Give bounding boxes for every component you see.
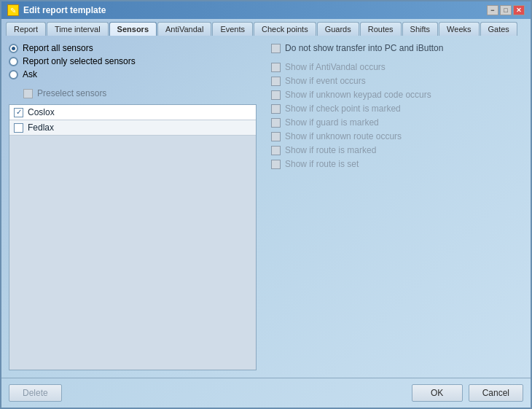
sensor-coslox-checkbox[interactable] bbox=[14, 108, 23, 117]
tab-sensors[interactable]: Sensors bbox=[109, 22, 157, 36]
unknown-route-checkbox[interactable] bbox=[271, 132, 281, 141]
maximize-button[interactable]: □ bbox=[500, 5, 512, 15]
tab-gates[interactable]: Gates bbox=[480, 22, 517, 36]
option-checkpoint-marked[interactable]: Show if check point is marked bbox=[271, 104, 523, 114]
checkpoint-label: Show if check point is marked bbox=[285, 104, 401, 114]
title-buttons: − □ ✕ bbox=[487, 5, 525, 15]
radio-report-selected-label: Report only selected sensors bbox=[23, 56, 136, 66]
footer-left: Delete bbox=[9, 384, 62, 402]
sensor-coslox-name: Coslox bbox=[28, 107, 55, 117]
radio-ask-label: Ask bbox=[23, 69, 37, 79]
sensor-list[interactable]: Coslox Fedlax bbox=[9, 104, 257, 370]
main-content: Report all sensors Report only selected … bbox=[9, 43, 523, 370]
radio-report-selected[interactable]: Report only selected sensors bbox=[9, 56, 257, 66]
delete-button[interactable]: Delete bbox=[9, 384, 62, 402]
preselect-row: Preselect sensors bbox=[9, 88, 257, 98]
tab-time-interval[interactable]: Time interval bbox=[47, 22, 109, 36]
tab-checkpoints[interactable]: Check points bbox=[254, 22, 316, 36]
option-route-marked[interactable]: Show if route is marked bbox=[271, 145, 523, 155]
sensor-row-coslox[interactable]: Coslox bbox=[9, 105, 256, 120]
guard-label: Show if guard is marked bbox=[285, 117, 379, 128]
tab-guards[interactable]: Guards bbox=[317, 22, 359, 36]
checkpoint-checkbox[interactable] bbox=[271, 104, 281, 114]
tab-routes[interactable]: Routes bbox=[360, 22, 402, 36]
footer-right: OK Cancel bbox=[412, 384, 523, 402]
option-unknown-route[interactable]: Show if unknown route occurs bbox=[271, 131, 523, 141]
left-panel: Report all sensors Report only selected … bbox=[9, 43, 257, 370]
title-bar-left: ✎ Edit report template bbox=[7, 4, 106, 16]
tab-weeks[interactable]: Weeks bbox=[439, 22, 479, 36]
minimize-button[interactable]: − bbox=[487, 5, 498, 15]
footer: Delete OK Cancel bbox=[1, 378, 531, 408]
option-no-transfer[interactable]: Do not show transfer into PC and iButton bbox=[271, 43, 523, 53]
sensor-row-fedlax[interactable]: Fedlax bbox=[9, 120, 256, 136]
option-event[interactable]: Show if event occurs bbox=[271, 76, 523, 86]
window-title: Edit report template bbox=[23, 5, 106, 15]
main-window: ✎ Edit report template − □ ✕ Report Time… bbox=[0, 0, 532, 409]
route-set-label: Show if route is set bbox=[285, 159, 359, 169]
no-transfer-checkbox[interactable] bbox=[271, 44, 281, 53]
right-panel: Do not show transfer into PC and iButton… bbox=[271, 43, 523, 370]
right-options-list: Show if AntiVandal occurs Show if event … bbox=[271, 62, 523, 169]
option-route-set[interactable]: Show if route is set bbox=[271, 159, 523, 169]
route-marked-label: Show if route is marked bbox=[285, 145, 376, 155]
tab-shifts[interactable]: Shifts bbox=[402, 22, 439, 36]
title-bar: ✎ Edit report template − □ ✕ bbox=[1, 1, 531, 19]
close-button[interactable]: ✕ bbox=[513, 5, 525, 15]
event-checkbox[interactable] bbox=[271, 77, 281, 86]
content-area: Report all sensors Report only selected … bbox=[1, 36, 531, 378]
unknown-keypad-label: Show if unknown keypad code occurs bbox=[285, 90, 431, 100]
route-marked-checkbox[interactable] bbox=[271, 146, 281, 155]
radio-report-all[interactable]: Report all sensors bbox=[9, 43, 257, 53]
tab-antivandal[interactable]: AntiVandal bbox=[157, 22, 211, 36]
radio-ask[interactable]: Ask bbox=[9, 69, 257, 79]
antivandal-label: Show if AntiVandal occurs bbox=[285, 62, 386, 72]
preselect-checkbox[interactable] bbox=[23, 89, 33, 98]
no-transfer-label: Do not show transfer into PC and iButton bbox=[285, 43, 443, 53]
route-set-checkbox[interactable] bbox=[271, 160, 281, 169]
cancel-button[interactable]: Cancel bbox=[469, 384, 523, 402]
unknown-route-label: Show if unknown route occurs bbox=[285, 131, 402, 141]
tab-events[interactable]: Events bbox=[212, 22, 253, 36]
radio-report-selected-input[interactable] bbox=[9, 57, 18, 66]
option-guard-marked[interactable]: Show if guard is marked bbox=[271, 117, 523, 128]
sensor-fedlax-name: Fedlax bbox=[28, 122, 54, 133]
radio-report-all-label: Report all sensors bbox=[23, 43, 93, 53]
ok-button[interactable]: OK bbox=[412, 384, 463, 402]
tab-bar: Report Time interval Sensors AntiVandal … bbox=[1, 19, 531, 36]
option-unknown-keypad[interactable]: Show if unknown keypad code occurs bbox=[271, 90, 523, 100]
preselect-label: Preselect sensors bbox=[37, 88, 106, 98]
tab-report[interactable]: Report bbox=[6, 22, 46, 36]
sensor-fedlax-checkbox[interactable] bbox=[14, 123, 23, 133]
window-icon: ✎ bbox=[7, 4, 19, 16]
guard-checkbox[interactable] bbox=[271, 118, 281, 128]
antivandal-checkbox[interactable] bbox=[271, 63, 281, 72]
radio-ask-input[interactable] bbox=[9, 70, 18, 79]
radio-group: Report all sensors Report only selected … bbox=[9, 43, 257, 79]
radio-report-all-input[interactable] bbox=[9, 44, 18, 53]
option-antivandal[interactable]: Show if AntiVandal occurs bbox=[271, 62, 523, 72]
unknown-keypad-checkbox[interactable] bbox=[271, 90, 281, 100]
event-label: Show if event occurs bbox=[285, 76, 366, 86]
